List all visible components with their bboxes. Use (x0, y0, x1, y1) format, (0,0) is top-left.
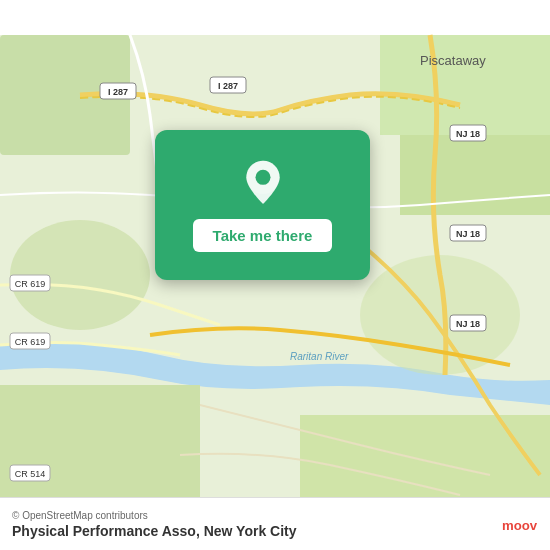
svg-point-29 (255, 169, 270, 184)
svg-rect-5 (400, 135, 550, 215)
moovit-logo: moovit (502, 506, 538, 542)
svg-rect-6 (0, 385, 200, 515)
bottom-left-info: © OpenStreetMap contributors Physical Pe… (12, 510, 297, 539)
svg-text:Raritan River: Raritan River (290, 351, 349, 362)
svg-text:NJ 18: NJ 18 (456, 229, 480, 239)
location-name: Physical Performance Asso, New York City (12, 523, 297, 539)
moovit-logo-icon: moovit (502, 506, 538, 542)
svg-text:CR 514: CR 514 (15, 469, 46, 479)
osm-attribution: © OpenStreetMap contributors (12, 510, 297, 521)
map-container: I 287 I 287 NJ 18 NJ 18 NJ 18 CR 619 CR … (0, 0, 550, 550)
pin-icon (238, 159, 288, 209)
svg-text:CR 619: CR 619 (15, 279, 46, 289)
location-card: Take me there (155, 130, 370, 280)
svg-rect-4 (380, 35, 550, 135)
bottom-bar: © OpenStreetMap contributors Physical Pe… (0, 497, 550, 550)
svg-text:I 287: I 287 (218, 81, 238, 91)
svg-text:moovit: moovit (502, 518, 538, 533)
svg-text:NJ 18: NJ 18 (456, 319, 480, 329)
svg-text:Piscataway: Piscataway (420, 53, 486, 68)
svg-text:CR 619: CR 619 (15, 337, 46, 347)
svg-text:I 287: I 287 (108, 87, 128, 97)
take-me-there-button[interactable]: Take me there (193, 219, 333, 252)
svg-text:NJ 18: NJ 18 (456, 129, 480, 139)
